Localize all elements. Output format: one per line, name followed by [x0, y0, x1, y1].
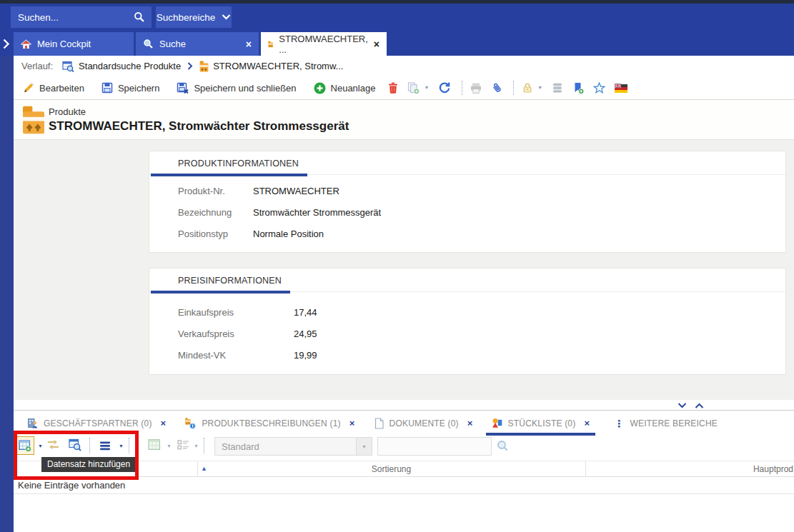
copy-dropdown-icon[interactable]: ▼ — [424, 85, 429, 90]
tab-dokumente[interactable]: DOKUMENTE (0) × — [368, 411, 479, 436]
field-value: 19,99 — [294, 350, 317, 361]
grouping-button[interactable] — [177, 440, 189, 450]
field-label: Positionstyp — [178, 229, 253, 239]
filter-search-box — [377, 437, 492, 456]
save-button[interactable]: Speichern — [101, 82, 160, 94]
search-areas-button[interactable]: Suchbereiche — [156, 6, 232, 28]
trash-icon — [388, 82, 398, 94]
language-flag-icon — [615, 84, 627, 93]
paperclip-icon — [491, 82, 502, 94]
table-view-dropdown-icon[interactable]: ▼ — [167, 443, 172, 448]
tab-scroll-left-icon[interactable] — [2, 39, 10, 49]
close-icon[interactable]: × — [584, 418, 590, 428]
expand-panel-icon[interactable] — [695, 403, 704, 408]
search-records-button[interactable] — [69, 438, 81, 451]
parts-list-icon — [492, 418, 502, 428]
breadcrumb-label: Standardsuche Produkte — [79, 61, 181, 71]
lock-dropdown-icon[interactable]: ▼ — [537, 85, 542, 90]
close-icon[interactable]: × — [246, 39, 252, 49]
close-icon[interactable]: × — [161, 418, 167, 428]
page-title: STROMWAECHTER, Stromwächter Strommessger… — [49, 119, 349, 134]
document-icon — [374, 418, 384, 429]
menu-dropdown-icon[interactable]: ▼ — [119, 443, 124, 448]
save-label: Speichern — [118, 83, 160, 94]
tab-mein-cockpit[interactable]: Mein Cockpit — [14, 32, 134, 56]
copy-add-button[interactable] — [407, 82, 420, 94]
field-row: Verkaufspreis 24,95 — [178, 328, 317, 339]
table-view-button[interactable] — [148, 438, 161, 451]
search-icon[interactable] — [134, 11, 145, 23]
breadcrumb-chevron-icon — [187, 62, 193, 70]
tab-produktbeschreibungen[interactable]: PRODUKTBESCHREIBUNGEN (1) × — [179, 411, 360, 436]
close-icon[interactable]: × — [349, 418, 355, 428]
new-record-button[interactable]: Neuanlage — [314, 82, 376, 94]
global-search-bar: Suchbereiche — [0, 4, 794, 32]
save-icon — [101, 82, 113, 94]
grouping-dropdown-icon[interactable]: ▼ — [194, 443, 199, 448]
close-icon[interactable]: × — [467, 418, 473, 428]
view-selector-dropdown-button[interactable]: ▼ — [356, 438, 372, 455]
toolbar-separator — [89, 438, 90, 453]
field-value: Stromwächter Strommessgerät — [253, 207, 381, 218]
tab-preisinformationen[interactable]: PREISINFORMATIONEN — [151, 268, 290, 293]
global-search-box — [11, 6, 152, 28]
print-button[interactable] — [470, 83, 482, 94]
record-content-area: PRODUKTINFORMATIONEN Produkt-Nr. STROMWA… — [14, 140, 794, 400]
close-icon[interactable]: × — [374, 39, 379, 49]
panel-splitter[interactable] — [14, 400, 794, 411]
search-table-icon — [62, 61, 74, 72]
column-header-hauptprodukt[interactable]: Hauptprod — [585, 461, 794, 477]
record-header: Produkte STROMWAECHTER, Stromwächter Str… — [14, 100, 794, 140]
attachment-button[interactable] — [491, 82, 502, 94]
search-icon — [497, 440, 509, 452]
favorite-button[interactable] — [593, 82, 605, 94]
archive-button[interactable] — [552, 83, 563, 94]
toolbar-separator — [204, 438, 204, 453]
bookmark-add-button[interactable] — [572, 82, 584, 94]
copy-add-icon — [407, 82, 420, 94]
tab-produktinformationen[interactable]: PRODUKTINFORMATIONEN — [151, 151, 307, 176]
lock-button[interactable] — [522, 82, 533, 94]
add-record-dropdown-icon[interactable]: ▼ — [38, 443, 43, 448]
product-info-card: PRODUKTINFORMATIONEN Produkt-Nr. STROMWA… — [149, 151, 786, 253]
refresh-button[interactable] — [438, 81, 451, 94]
filter-search-button[interactable] — [497, 440, 509, 452]
global-search-input[interactable] — [11, 12, 134, 23]
pencil-icon — [23, 82, 34, 94]
breadcrumb-item-stromwaechter[interactable]: STROMWAECHTER, Stromw... — [199, 61, 343, 72]
save-close-button[interactable]: Speichern und schließen — [177, 82, 296, 94]
field-label: Bezeichnung — [178, 207, 253, 218]
tab-stromwaechter[interactable]: STROMWAECHTER, ... × — [261, 32, 387, 56]
table-search-icon — [69, 438, 81, 451]
tab-stueckliste[interactable]: STÜCKLISTE (0) × — [486, 411, 596, 436]
edit-button[interactable]: Bearbeiten — [23, 82, 84, 94]
field-row: Einkaufspreis 17,44 — [178, 307, 317, 318]
price-info-card: PREISINFORMATIONEN Einkaufspreis 17,44 V… — [149, 268, 786, 375]
search-areas-label: Suchbereiche — [157, 12, 216, 23]
add-record-button[interactable] — [16, 436, 34, 455]
breadcrumb-item-standardsuche[interactable]: Standardsuche Produkte — [62, 61, 181, 72]
view-selector-value: Standard — [215, 441, 356, 452]
edit-label: Bearbeiten — [39, 83, 84, 94]
main-tab-bar: Mein Cockpit Suche × STROMWAECHTER, ... … — [0, 32, 794, 56]
view-selector[interactable]: Standard ▼ — [214, 437, 372, 456]
stack-icon — [552, 83, 563, 94]
field-row: Mindest-VK 19,99 — [178, 350, 317, 361]
menu-button[interactable] — [99, 441, 111, 451]
toolbar-separator — [513, 81, 514, 95]
tab-label: Mein Cockpit — [37, 39, 91, 49]
language-flag-button[interactable] — [615, 84, 627, 93]
more-dots-icon: ⋮ — [614, 418, 624, 429]
record-type-label: Produkte — [49, 106, 86, 117]
tab-weitere-bereiche[interactable]: ⋮ WEITERE BEREICHE — [608, 411, 723, 436]
field-row: Bezeichnung Stromwächter Strommessgerät — [178, 207, 381, 218]
field-label: Einkaufspreis — [178, 307, 294, 318]
tab-suche[interactable]: Suche × — [136, 32, 259, 56]
column-header-sortierung[interactable]: Sortierung — [197, 461, 585, 477]
collapse-panel-icon[interactable] — [678, 403, 687, 408]
tab-geschaeftspartner[interactable]: GESCHÄFTSPARTNER (0) × — [21, 411, 172, 436]
delete-button[interactable] — [388, 82, 398, 94]
transfer-button[interactable] — [46, 439, 60, 450]
tab-label: DOKUMENTE (0) — [389, 418, 459, 428]
filter-search-input[interactable] — [378, 438, 491, 455]
